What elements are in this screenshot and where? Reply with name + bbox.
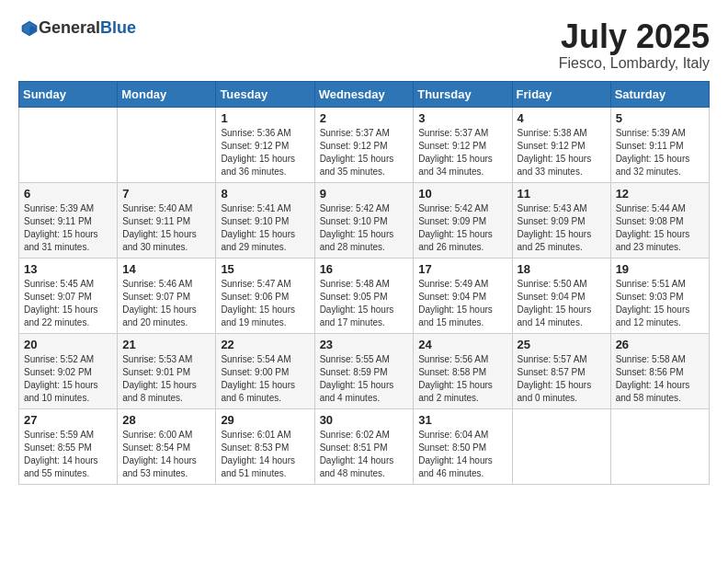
- day-info: Sunrise: 5:43 AM Sunset: 9:09 PM Dayligh…: [518, 202, 606, 254]
- day-info: Sunrise: 5:42 AM Sunset: 9:09 PM Dayligh…: [418, 202, 506, 254]
- day-number: 30: [320, 413, 409, 427]
- day-info: Sunrise: 5:47 AM Sunset: 9:06 PM Dayligh…: [221, 278, 309, 329]
- day-number: 13: [24, 262, 112, 276]
- calendar-cell: 13Sunrise: 5:45 AM Sunset: 9:07 PM Dayli…: [19, 258, 118, 333]
- day-number: 2: [320, 111, 409, 125]
- day-info: Sunrise: 5:48 AM Sunset: 9:05 PM Dayligh…: [320, 278, 409, 329]
- day-info: Sunrise: 5:40 AM Sunset: 9:11 PM Dayligh…: [122, 202, 210, 254]
- week-row-3: 13Sunrise: 5:45 AM Sunset: 9:07 PM Dayli…: [19, 258, 710, 333]
- title-section: July 2025 Fiesco, Lombardy, Italy: [559, 18, 710, 72]
- weekday-header-tuesday: Tuesday: [216, 81, 314, 107]
- day-number: 5: [616, 111, 704, 125]
- calendar-cell: 11Sunrise: 5:43 AM Sunset: 9:09 PM Dayli…: [512, 182, 610, 258]
- weekday-header-wednesday: Wednesday: [314, 81, 414, 107]
- day-number: 24: [418, 338, 506, 351]
- day-number: 7: [122, 187, 210, 201]
- day-number: 18: [518, 262, 606, 276]
- calendar-cell: 14Sunrise: 5:46 AM Sunset: 9:07 PM Dayli…: [118, 258, 216, 333]
- calendar-cell: [19, 107, 118, 182]
- calendar-cell: 5Sunrise: 5:39 AM Sunset: 9:11 PM Daylig…: [610, 107, 709, 182]
- day-info: Sunrise: 5:57 AM Sunset: 8:57 PM Dayligh…: [518, 353, 606, 405]
- day-info: Sunrise: 5:39 AM Sunset: 9:11 PM Dayligh…: [616, 127, 704, 178]
- day-info: Sunrise: 5:46 AM Sunset: 9:07 PM Dayligh…: [122, 278, 210, 329]
- day-info: Sunrise: 5:53 AM Sunset: 9:01 PM Dayligh…: [122, 353, 210, 405]
- calendar-cell: 25Sunrise: 5:57 AM Sunset: 8:57 PM Dayli…: [512, 333, 610, 408]
- day-number: 10: [418, 187, 506, 201]
- day-number: 25: [518, 338, 606, 351]
- day-info: Sunrise: 5:55 AM Sunset: 8:59 PM Dayligh…: [320, 353, 409, 405]
- calendar-cell: 15Sunrise: 5:47 AM Sunset: 9:06 PM Dayli…: [216, 258, 314, 333]
- day-info: Sunrise: 5:42 AM Sunset: 9:10 PM Dayligh…: [320, 202, 409, 254]
- day-info: Sunrise: 5:59 AM Sunset: 8:55 PM Dayligh…: [24, 429, 112, 480]
- calendar-cell: 7Sunrise: 5:40 AM Sunset: 9:11 PM Daylig…: [118, 182, 216, 258]
- day-number: 6: [24, 187, 112, 201]
- day-number: 31: [418, 413, 506, 427]
- calendar-cell: 3Sunrise: 5:37 AM Sunset: 9:12 PM Daylig…: [414, 107, 512, 182]
- day-number: 21: [122, 338, 210, 351]
- calendar-cell: [610, 408, 709, 484]
- calendar-cell: 1Sunrise: 5:36 AM Sunset: 9:12 PM Daylig…: [216, 107, 314, 182]
- day-number: 3: [418, 111, 506, 125]
- calendar-cell: 6Sunrise: 5:39 AM Sunset: 9:11 PM Daylig…: [19, 182, 118, 258]
- day-number: 9: [320, 187, 409, 201]
- day-info: Sunrise: 6:01 AM Sunset: 8:53 PM Dayligh…: [221, 429, 309, 480]
- day-info: Sunrise: 5:51 AM Sunset: 9:03 PM Dayligh…: [616, 278, 704, 329]
- day-info: Sunrise: 6:02 AM Sunset: 8:51 PM Dayligh…: [320, 429, 409, 480]
- calendar-cell: 19Sunrise: 5:51 AM Sunset: 9:03 PM Dayli…: [610, 258, 709, 333]
- day-number: 4: [518, 111, 606, 125]
- month-title: July 2025: [559, 18, 710, 55]
- day-number: 20: [24, 338, 112, 351]
- calendar-cell: 30Sunrise: 6:02 AM Sunset: 8:51 PM Dayli…: [314, 408, 414, 484]
- calendar-cell: 18Sunrise: 5:50 AM Sunset: 9:04 PM Dayli…: [512, 258, 610, 333]
- calendar-cell: [118, 107, 216, 182]
- week-row-1: 1Sunrise: 5:36 AM Sunset: 9:12 PM Daylig…: [19, 107, 710, 182]
- logo-blue: Blue: [100, 18, 136, 38]
- day-info: Sunrise: 5:45 AM Sunset: 9:07 PM Dayligh…: [24, 278, 112, 329]
- calendar-cell: 23Sunrise: 5:55 AM Sunset: 8:59 PM Dayli…: [314, 333, 414, 408]
- calendar-cell: 8Sunrise: 5:41 AM Sunset: 9:10 PM Daylig…: [216, 182, 314, 258]
- day-info: Sunrise: 6:04 AM Sunset: 8:50 PM Dayligh…: [418, 429, 506, 480]
- weekday-header-row: SundayMondayTuesdayWednesdayThursdayFrid…: [19, 81, 710, 107]
- calendar-cell: 21Sunrise: 5:53 AM Sunset: 9:01 PM Dayli…: [118, 333, 216, 408]
- calendar-cell: 22Sunrise: 5:54 AM Sunset: 9:00 PM Dayli…: [216, 333, 314, 408]
- logo: GeneralBlue: [18, 18, 136, 38]
- calendar-cell: 2Sunrise: 5:37 AM Sunset: 9:12 PM Daylig…: [314, 107, 414, 182]
- day-info: Sunrise: 5:54 AM Sunset: 9:00 PM Dayligh…: [221, 353, 309, 405]
- day-number: 27: [24, 413, 112, 427]
- calendar-cell: 17Sunrise: 5:49 AM Sunset: 9:04 PM Dayli…: [414, 258, 512, 333]
- weekday-header-monday: Monday: [118, 81, 216, 107]
- weekday-header-thursday: Thursday: [414, 81, 512, 107]
- weekday-header-saturday: Saturday: [610, 81, 709, 107]
- calendar-cell: 10Sunrise: 5:42 AM Sunset: 9:09 PM Dayli…: [414, 182, 512, 258]
- day-info: Sunrise: 5:52 AM Sunset: 9:02 PM Dayligh…: [24, 353, 112, 405]
- day-number: 14: [122, 262, 210, 276]
- location-title: Fiesco, Lombardy, Italy: [559, 55, 710, 72]
- calendar-cell: 31Sunrise: 6:04 AM Sunset: 8:50 PM Dayli…: [414, 408, 512, 484]
- day-info: Sunrise: 5:50 AM Sunset: 9:04 PM Dayligh…: [518, 278, 606, 329]
- day-info: Sunrise: 5:49 AM Sunset: 9:04 PM Dayligh…: [418, 278, 506, 329]
- weekday-header-friday: Friday: [512, 81, 610, 107]
- logo-general: General: [39, 18, 100, 38]
- calendar-cell: 28Sunrise: 6:00 AM Sunset: 8:54 PM Dayli…: [118, 408, 216, 484]
- logo-icon: [20, 19, 39, 38]
- calendar-cell: 4Sunrise: 5:38 AM Sunset: 9:12 PM Daylig…: [512, 107, 610, 182]
- day-number: 28: [122, 413, 210, 427]
- day-info: Sunrise: 5:56 AM Sunset: 8:58 PM Dayligh…: [418, 353, 506, 405]
- day-info: Sunrise: 5:39 AM Sunset: 9:11 PM Dayligh…: [24, 202, 112, 254]
- day-number: 12: [616, 187, 704, 201]
- day-number: 23: [320, 338, 409, 351]
- calendar-cell: 9Sunrise: 5:42 AM Sunset: 9:10 PM Daylig…: [314, 182, 414, 258]
- day-info: Sunrise: 5:37 AM Sunset: 9:12 PM Dayligh…: [418, 127, 506, 178]
- day-info: Sunrise: 5:58 AM Sunset: 8:56 PM Dayligh…: [616, 353, 704, 405]
- day-info: Sunrise: 5:38 AM Sunset: 9:12 PM Dayligh…: [518, 127, 606, 178]
- day-info: Sunrise: 6:00 AM Sunset: 8:54 PM Dayligh…: [122, 429, 210, 480]
- day-number: 16: [320, 262, 409, 276]
- day-info: Sunrise: 5:36 AM Sunset: 9:12 PM Dayligh…: [221, 127, 309, 178]
- calendar-cell: 24Sunrise: 5:56 AM Sunset: 8:58 PM Dayli…: [414, 333, 512, 408]
- page-header: GeneralBlue July 2025 Fiesco, Lombardy, …: [18, 18, 710, 72]
- day-info: Sunrise: 5:37 AM Sunset: 9:12 PM Dayligh…: [320, 127, 409, 178]
- day-number: 17: [418, 262, 506, 276]
- calendar-cell: 29Sunrise: 6:01 AM Sunset: 8:53 PM Dayli…: [216, 408, 314, 484]
- day-number: 1: [221, 111, 309, 125]
- weekday-header-sunday: Sunday: [19, 81, 118, 107]
